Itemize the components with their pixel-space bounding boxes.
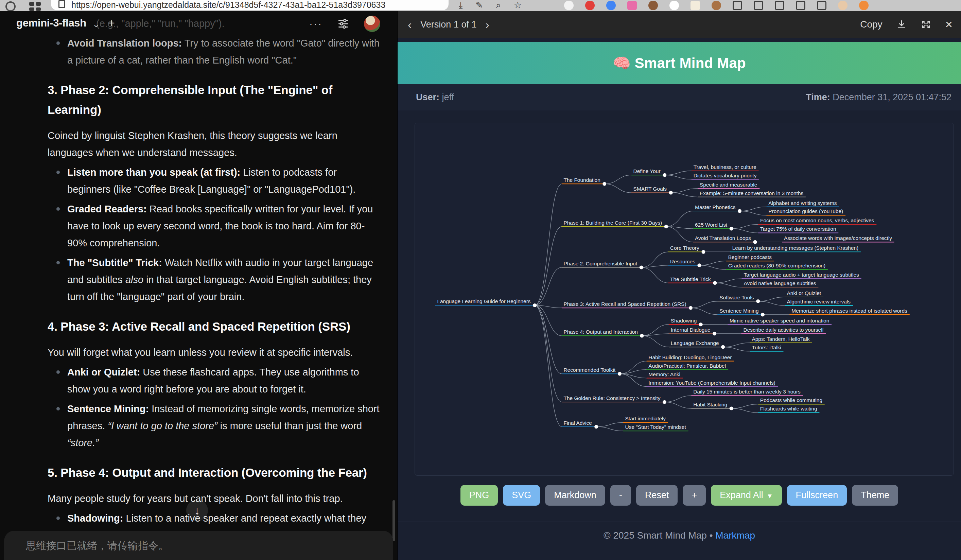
browser-extension-icon[interactable] [838, 1, 847, 10]
browser-extension-icon[interactable] [564, 1, 574, 10]
mindmap-node-label[interactable]: Associate words with images/concepts dir… [784, 235, 892, 241]
reload-icon[interactable] [5, 2, 16, 11]
expand-fullscreen-icon[interactable] [921, 19, 931, 30]
mindmap-node-label[interactable]: Internal Dialogue [671, 327, 710, 333]
mindmap-node-label[interactable]: Use "Start Today" mindset [625, 424, 686, 430]
mindmap-node-label[interactable]: Apps: Tandem, HelloTalk [752, 336, 810, 342]
new-chat-button[interactable]: + [108, 16, 115, 30]
mindmap-node-label[interactable]: Learn by understanding messages (Stephen… [732, 245, 858, 251]
mindmap-node-circle[interactable] [730, 406, 733, 410]
settings-sliders-icon[interactable] [337, 17, 350, 30]
markmap-link[interactable]: Markmap [715, 530, 755, 541]
address-bar-icon[interactable]: ☆ [514, 0, 522, 11]
mindmap-node-label[interactable]: Language Learning Guide for Beginners [437, 298, 530, 304]
mindmap-node-label[interactable]: Phase 1: Building the Core (First 30 Day… [563, 220, 662, 226]
mindmap-node-label[interactable]: Travel, business, or culture [694, 164, 757, 170]
browser-extension-icon[interactable] [796, 1, 805, 10]
mindmap-node-label[interactable]: Target language audio + target language … [744, 272, 860, 278]
mindmap-node-label[interactable]: Immersion: YouTube (Comprehensible Input… [648, 380, 775, 386]
mindmap-node-label[interactable]: Start immediately [625, 416, 666, 421]
mindmap-node-label[interactable]: Memory: Anki [648, 371, 680, 377]
png-export-button[interactable]: PNG [460, 485, 498, 505]
mindmap-node-label[interactable]: Phase 3: Active Recall and Spaced Repeti… [563, 301, 686, 307]
mindmap-node-label[interactable]: Algorithmic review intervals [787, 299, 851, 305]
mindmap-node-label[interactable]: Pronunciation guides (YouTube) [768, 208, 843, 214]
mindmap-node-label[interactable]: Target 75% of daily conversation [760, 226, 836, 232]
mindmap-node-circle[interactable] [663, 400, 666, 404]
address-bar-icon[interactable]: ⤓ [459, 0, 463, 11]
mindmap-node-label[interactable]: Recommended Toolkit [563, 367, 615, 373]
chat-scrollbar-thumb[interactable] [392, 500, 395, 541]
mindmap-node-label[interactable]: Core Theory [670, 245, 699, 251]
mindmap-node-label[interactable]: Resources [670, 258, 695, 264]
mindmap-node-label[interactable]: Master Phonetics [695, 204, 736, 210]
mindmap-node-circle[interactable] [721, 345, 725, 349]
expand-all-button[interactable]: Expand All▼ [711, 485, 782, 505]
browser-extension-icon[interactable] [585, 1, 595, 10]
mindmap-node-label[interactable]: Daily 15 minutes is better than weekly 3… [693, 389, 800, 395]
mindmap-node-label[interactable]: Podcasts while commuting [760, 397, 822, 403]
mindmap-node-label[interactable]: Describe daily activities to yourself [743, 327, 824, 333]
mindmap-node-label[interactable]: Specific and measurable [700, 182, 757, 188]
mindmap-node-label[interactable]: Flashcards while waiting [760, 406, 817, 411]
browser-extension-icon[interactable] [691, 1, 700, 10]
mindmap-node-label[interactable]: Anki or Quizlet [787, 290, 821, 296]
close-icon[interactable]: ✕ [945, 19, 953, 30]
address-bar[interactable]: https://open-webui.yangtzedaldata.site/c… [51, 0, 448, 10]
mindmap-node-circle[interactable] [699, 323, 703, 326]
mindmap-node-label[interactable]: Phase 4: Output and Interaction [563, 329, 638, 335]
mindmap-canvas[interactable]: Language Learning Guide for BeginnersThe… [415, 123, 954, 476]
mindmap-node-label[interactable]: Beginner podcasts [728, 254, 772, 260]
mindmap-node-circle[interactable] [713, 281, 717, 285]
model-selector[interactable]: gemini-3-flash [16, 17, 86, 29]
browser-extension-icon[interactable] [733, 1, 742, 10]
mindmap-node-circle[interactable] [664, 225, 668, 228]
mindmap-node-label[interactable]: Mimic native speaker speed and intonatio… [730, 318, 829, 324]
mindmap-node-label[interactable]: SMART Goals [633, 186, 667, 192]
browser-extension-icon[interactable] [859, 1, 869, 10]
mindmap-node-label[interactable]: Memorize short phrases instead of isolat… [791, 308, 907, 314]
mindmap-node-label[interactable]: Habit Stacking [693, 402, 727, 408]
mindmap-node-circle[interactable] [761, 313, 765, 316]
mindmap-node-label[interactable]: Shadowing [671, 318, 697, 324]
mindmap-node-circle[interactable] [640, 334, 644, 338]
mindmap-node-circle[interactable] [618, 372, 622, 376]
mindmap-node-circle[interactable] [595, 425, 598, 428]
mindmap-node-label[interactable]: Software Tools [719, 295, 754, 300]
scroll-to-bottom-button[interactable]: ↓ [186, 499, 208, 521]
mindmap-node-circle[interactable] [738, 209, 741, 213]
browser-extension-icon[interactable] [669, 1, 679, 10]
mindmap-node-circle[interactable] [730, 227, 733, 230]
copy-button[interactable]: Copy [860, 19, 882, 30]
mindmap-node-label[interactable]: Define Your [633, 168, 660, 174]
chat-input[interactable]: 思维接口已就绪，请传输指令。 [4, 531, 393, 560]
mindmap-node-circle[interactable] [754, 240, 757, 244]
download-icon[interactable] [896, 19, 907, 30]
browser-extension-icon[interactable] [627, 1, 637, 10]
mindmap-node-circle[interactable] [697, 263, 701, 267]
mindmap-node-label[interactable]: Audio/Practical: Pimsleur, Babbel [648, 363, 726, 369]
mindmap-node-label[interactable]: The Golden Rule: Consistency > Intensity [563, 395, 660, 401]
mindmap-node-circle[interactable] [713, 332, 716, 335]
mindmap-node-label[interactable]: Focus on most common nouns, verbs, adjec… [760, 217, 874, 223]
mindmap-svg[interactable]: Language Learning Guide for BeginnersThe… [415, 123, 953, 475]
browser-extension-icon[interactable] [754, 1, 763, 10]
mindmap-node-label[interactable]: The Subtitle Trick [670, 276, 711, 282]
address-bar-icon[interactable]: ✎ [476, 0, 483, 11]
fullscreen-button[interactable]: Fullscreen [787, 485, 847, 505]
mindmap-node-label[interactable]: Sentence Mining [719, 308, 759, 314]
mindmap-node-circle[interactable] [701, 250, 705, 254]
mindmap-node-label[interactable]: Habit Building: Duolingo, LingoDeer [648, 355, 732, 360]
chevron-down-icon[interactable]: ⌄ [92, 19, 100, 30]
mindmap-node-label[interactable]: Dictates vocabulary priority [694, 173, 757, 178]
mindmap-node-circle[interactable] [640, 265, 643, 269]
mindmap-node-label[interactable]: Graded readers (80-90% comprehension) [728, 263, 825, 268]
mindmap-node-label[interactable]: Phase 2: Comprehensible Input [563, 261, 637, 266]
mindmap-node-label[interactable]: Avoid native language subtitles [744, 280, 816, 286]
mindmap-node-circle[interactable] [689, 306, 693, 310]
mindmap-node-circle[interactable] [669, 191, 673, 195]
user-avatar[interactable] [364, 16, 380, 32]
browser-extension-icon[interactable] [712, 1, 721, 10]
browser-extension-icon[interactable] [775, 1, 784, 10]
reset-view-button[interactable]: Reset [636, 485, 678, 505]
